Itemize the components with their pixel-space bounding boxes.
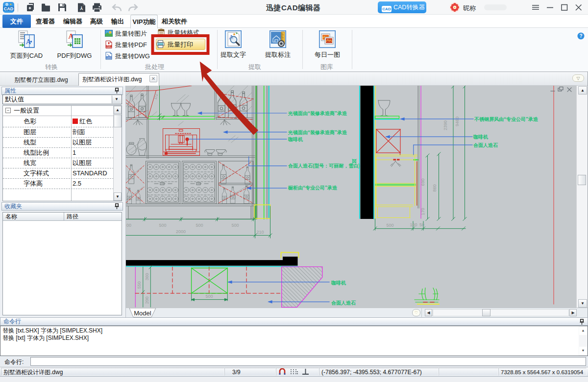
svg-text:550: 550 [137, 281, 142, 288]
svg-text:⅄: ⅄ [80, 6, 83, 11]
svg-text:170: 170 [420, 208, 425, 215]
svg-text:?: ? [579, 33, 582, 39]
svg-text:咖啡机: 咖啡机 [331, 280, 346, 286]
svg-text:00: 00 [126, 223, 131, 228]
svg-text:860: 860 [432, 184, 437, 191]
svg-text:2000: 2000 [176, 229, 186, 234]
svg-text:合面人造石: 合面人造石 [473, 143, 498, 148]
svg-text:咖啡机: 咖啡机 [473, 134, 489, 140]
svg-text:690: 690 [420, 178, 425, 186]
svg-text:CAD: CAD [4, 6, 14, 11]
svg-text:9460: 9460 [455, 117, 460, 126]
svg-text:500: 500 [205, 294, 213, 299]
svg-text:2390: 2390 [443, 120, 448, 130]
svg-text:光镜面由“装修承造商”承造: 光镜面由“装修承造商”承造 [288, 111, 347, 116]
svg-text:200: 200 [145, 296, 149, 304]
svg-text:不锈钢屏风由“专业公司”承造: 不锈钢屏风由“专业公司”承造 [474, 117, 539, 122]
svg-text:360: 360 [145, 273, 149, 280]
svg-text:100: 100 [410, 222, 417, 227]
svg-text:500: 500 [196, 223, 203, 228]
svg-text:1/2: 1/2 [152, 93, 159, 100]
svg-text:500: 500 [231, 223, 239, 228]
svg-text:DWG: DWG [106, 56, 111, 59]
svg-text:咖啡机: 咖啡机 [288, 137, 303, 142]
svg-text:合面人造石: 合面人造石 [331, 300, 356, 306]
svg-text:Model: Model [134, 310, 151, 317]
svg-text:合面人造石(型号：可丽耐，雪白): 合面人造石(型号：可丽耐，雪白) [288, 163, 360, 168]
svg-text:50: 50 [419, 222, 424, 227]
svg-text:光镜面由“装修承造商”承造: 光镜面由“装修承造商”承造 [288, 130, 347, 135]
svg-text:橱柜由“专业公司”承造: 橱柜由“专业公司”承造 [288, 185, 338, 191]
svg-text:500: 500 [159, 223, 166, 228]
svg-text:500: 500 [386, 223, 393, 228]
svg-text:PDF: PDF [107, 45, 111, 48]
svg-text:210: 210 [256, 230, 264, 235]
